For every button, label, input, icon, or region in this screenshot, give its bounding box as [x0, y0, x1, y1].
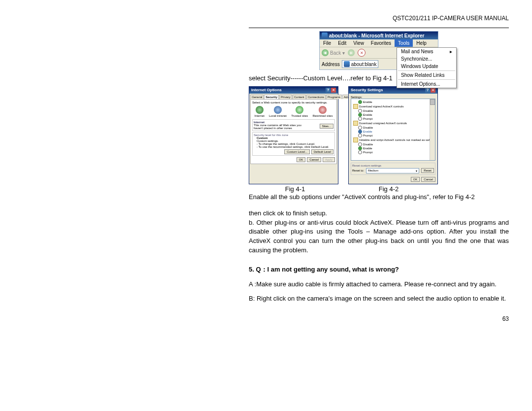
back-arrow-icon: ◄ — [322, 49, 329, 56]
address-label: Address — [322, 62, 340, 67]
dropdown-related-links[interactable]: Show Related Links — [397, 71, 456, 79]
menu-tools[interactable]: Tools — [395, 39, 413, 47]
address-input[interactable]: about:blank — [342, 60, 379, 68]
close-icon-2[interactable]: × — [431, 88, 435, 93]
opt-prompt: Prompt — [363, 117, 372, 120]
opt-prompt: Prompt — [363, 151, 372, 154]
opt-enable: Enable — [363, 147, 372, 150]
tab-connections[interactable]: Connections — [306, 95, 326, 99]
globe-local-icon — [274, 106, 282, 114]
opt-disable: Disable — [363, 109, 373, 112]
step-click-ok: then click ok to finish setup. — [249, 209, 509, 218]
zone-internet[interactable]: Internet — [255, 106, 265, 117]
security-settings-list[interactable]: Enable Download signed ActiveX controls … — [351, 99, 435, 161]
internet-options-dialog: Internet Options ?× General Security Pri… — [249, 86, 338, 184]
manual-header: QSTC201/211 IP-CAMERA USER MANUAL — [249, 15, 509, 22]
radio-icon[interactable] — [358, 126, 362, 130]
zone-trusted[interactable]: Trusted sites — [291, 106, 308, 117]
security-settings-title: Security Settings — [351, 88, 383, 93]
sites-button[interactable]: Sites... — [320, 124, 333, 129]
reset-custom-label: Reset custom settings — [352, 164, 434, 167]
zone-restricted-label: Restricted sites — [312, 114, 332, 117]
ie-titlebar: about:blank - Microsoft Internet Explore… — [320, 32, 438, 39]
menu-file[interactable]: File — [320, 39, 334, 47]
help-button-2[interactable]: ? — [425, 88, 430, 93]
internet-options-title: Internet Options — [251, 88, 282, 93]
paragraph-b: b. Other plug-ins or anti-virus could bl… — [249, 218, 509, 255]
cancel-button[interactable]: Cancel — [307, 157, 321, 162]
dropdown-mail-news[interactable]: Mail and News — [397, 48, 456, 55]
node-download-unsigned: Download unsigned ActiveX controls — [359, 122, 407, 125]
menu-favorites[interactable]: Favorites — [367, 39, 395, 47]
answer-a: A :Make sure audio cable is firmly attac… — [249, 280, 509, 289]
reset-button[interactable]: Reset — [421, 168, 434, 173]
back-button[interactable]: ◄ Back ▾ — [322, 49, 345, 56]
node-download-signed: Download signed ActiveX controls — [359, 105, 403, 108]
tab-content[interactable]: Content — [293, 95, 306, 99]
zone-restricted[interactable]: Restricted sites — [312, 106, 332, 117]
close-icon[interactable]: × — [331, 88, 336, 93]
tab-security[interactable]: Security — [264, 95, 279, 99]
tools-dropdown: Mail and News Synchronize... Windows Upd… — [397, 47, 457, 88]
figure-4-1-label: Fig 4-1 — [249, 185, 341, 193]
dropdown-separator-2 — [398, 79, 455, 80]
reset-to-select[interactable]: Medium▾ — [366, 168, 419, 173]
menu-view[interactable]: View — [350, 39, 367, 47]
reset-to-label: Reset to: — [352, 169, 364, 172]
radio-icon[interactable] — [358, 117, 362, 121]
back-dropdown-icon: ▾ — [342, 50, 345, 56]
dropdown-synchronize[interactable]: Synchronize... — [397, 55, 456, 63]
stop-button[interactable]: ✕ — [358, 49, 366, 57]
radio-icon[interactable] — [358, 150, 362, 154]
scrollbar[interactable] — [430, 99, 435, 160]
stop-icon — [319, 106, 327, 114]
ok-button[interactable]: OK — [297, 157, 306, 162]
ok-button-2[interactable]: OK — [411, 177, 420, 182]
radio-icon[interactable] — [358, 134, 362, 137]
radio-icon[interactable] — [358, 146, 362, 150]
reset-to-value: Medium — [368, 169, 378, 172]
ie-window: about:blank - Microsoft Internet Explore… — [319, 31, 438, 70]
dropdown-windows-update[interactable]: Windows Update — [397, 63, 456, 70]
zone-trusted-label: Trusted sites — [291, 114, 308, 117]
header-divider — [249, 28, 509, 28]
radio-icon[interactable] — [358, 109, 362, 113]
radio-icon[interactable] — [358, 142, 362, 146]
globe-icon — [256, 106, 264, 114]
zone-prompt: Select a Web content zone to specify its… — [252, 101, 335, 104]
help-button[interactable]: ? — [326, 88, 331, 93]
apply-button[interactable]: Apply — [323, 157, 335, 162]
opt-disable: Disable — [363, 143, 373, 146]
opt-enable: Enable — [363, 113, 372, 116]
menu-edit[interactable]: Edit — [334, 39, 350, 47]
ie-app-icon — [322, 33, 328, 38]
radio-icon[interactable] — [358, 130, 362, 134]
opt-enable: Enable — [363, 101, 372, 103]
custom-level-button[interactable]: Custom Level... — [284, 149, 310, 154]
tab-programs[interactable]: Programs — [326, 95, 342, 99]
tab-privacy[interactable]: Privacy — [279, 95, 292, 99]
ie-title-text: about:blank - Microsoft Internet Explore… — [329, 33, 424, 38]
cancel-button-2[interactable]: Cancel — [421, 177, 435, 182]
tree-node-icon — [353, 104, 358, 109]
zone-internet-label: Internet — [255, 114, 265, 117]
tree-node-icon — [353, 121, 358, 126]
page-icon — [344, 61, 350, 67]
menu-help[interactable]: Help — [413, 39, 430, 47]
zone-local-intranet[interactable]: Local intranet — [269, 106, 287, 117]
chevron-down-icon: ▾ — [416, 169, 417, 172]
question-5-title: 5. Q：I am not getting any sound, what is… — [249, 265, 509, 274]
tab-general[interactable]: General — [250, 95, 264, 99]
back-label: Back — [330, 50, 341, 56]
default-level-button[interactable]: Default Level — [311, 149, 333, 154]
step-enable-activex: Enable all the sub options under "Active… — [249, 193, 509, 202]
forward-button[interactable]: ► — [348, 49, 355, 56]
zone-local-label: Local intranet — [269, 114, 287, 117]
radio-icon[interactable] — [358, 113, 362, 117]
dropdown-internet-options[interactable]: Internet Options... — [397, 80, 456, 88]
internet-options-tabs: General Security Privacy Content Connect… — [249, 94, 338, 99]
tree-node-icon — [353, 137, 358, 142]
radio-icon[interactable] — [358, 100, 362, 104]
opt-prompt: Prompt — [363, 134, 372, 137]
ie-menubar: File Edit View Favorites Tools Help Mail… — [320, 39, 438, 47]
